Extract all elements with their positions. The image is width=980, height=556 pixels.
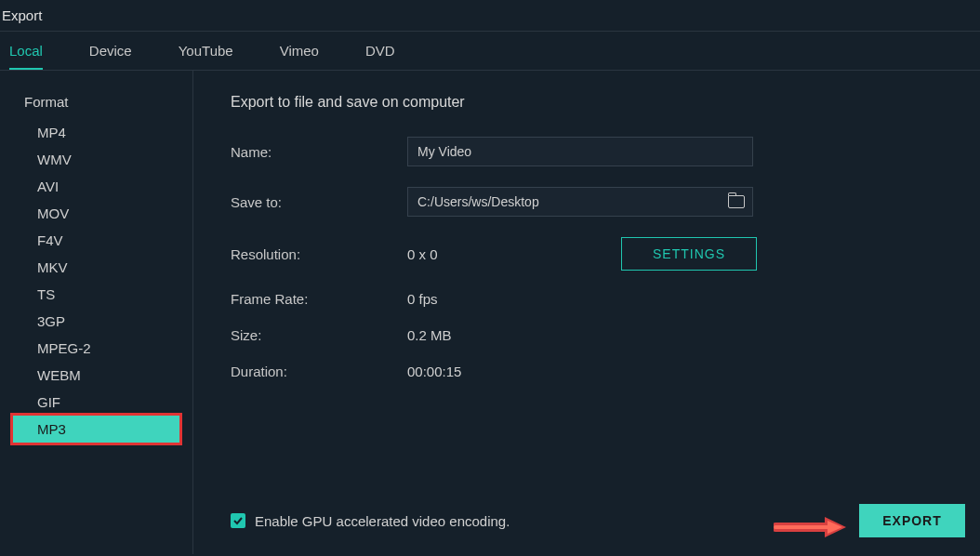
format-item-mp3[interactable]: MP3 [13, 416, 179, 443]
tab-vimeo[interactable]: Vimeo [280, 43, 319, 70]
format-item-f4v[interactable]: F4V [13, 227, 179, 254]
resolution-label: Resolution: [231, 246, 407, 262]
frame-rate-label: Frame Rate: [231, 291, 407, 307]
save-to-input[interactable]: C:/Users/ws/Desktop [407, 187, 753, 217]
size-value: 0.2 MB [407, 327, 452, 343]
tab-local[interactable]: Local [9, 43, 43, 70]
gpu-checkbox-label: Enable GPU accelerated video encoding. [255, 513, 510, 529]
check-icon [232, 515, 244, 526]
folder-icon[interactable] [728, 195, 745, 208]
resolution-value: 0 x 0 [407, 246, 575, 262]
format-item-mkv[interactable]: MKV [13, 254, 179, 281]
format-title: Format [0, 94, 192, 119]
export-button[interactable]: EXPORT [859, 504, 965, 537]
format-item-mov[interactable]: MOV [13, 200, 179, 227]
content-heading: Export to file and save on computer [231, 94, 943, 111]
settings-button[interactable]: SETTINGS [621, 237, 757, 271]
arrow-icon [774, 513, 848, 541]
format-sidebar: Format MP4WMVAVIMOVF4VMKVTS3GPMPEG-2WEBM… [0, 71, 193, 554]
format-item-gif[interactable]: GIF [13, 389, 179, 416]
content-area: Export to file and save on computer Name… [193, 71, 980, 554]
window-title: Export [2, 7, 42, 23]
tab-device[interactable]: Device [89, 43, 132, 70]
duration-label: Duration: [231, 364, 407, 379]
format-item-avi[interactable]: AVI [13, 173, 179, 200]
format-item-3gp[interactable]: 3GP [13, 308, 179, 335]
name-label: Name: [231, 144, 407, 160]
format-item-ts[interactable]: TS [13, 281, 179, 308]
annotation-arrow [774, 513, 848, 541]
format-item-mp4[interactable]: MP4 [13, 119, 179, 146]
format-item-webm[interactable]: WEBM [13, 362, 179, 389]
size-label: Size: [231, 327, 407, 343]
window-titlebar: Export [0, 0, 980, 32]
format-item-mpeg-2[interactable]: MPEG-2 [13, 335, 179, 362]
tab-dvd[interactable]: DVD [365, 43, 395, 70]
tab-youtube[interactable]: YouTube [179, 43, 233, 70]
save-to-path: C:/Users/ws/Desktop [417, 194, 728, 209]
frame-rate-value: 0 fps [407, 291, 438, 307]
duration-value: 00:00:15 [407, 364, 461, 379]
name-input[interactable] [407, 137, 753, 166]
save-to-label: Save to: [231, 194, 407, 210]
gpu-checkbox[interactable] [231, 513, 245, 528]
format-item-wmv[interactable]: WMV [13, 146, 179, 173]
tabs: Local Device YouTube Vimeo DVD [0, 32, 980, 71]
